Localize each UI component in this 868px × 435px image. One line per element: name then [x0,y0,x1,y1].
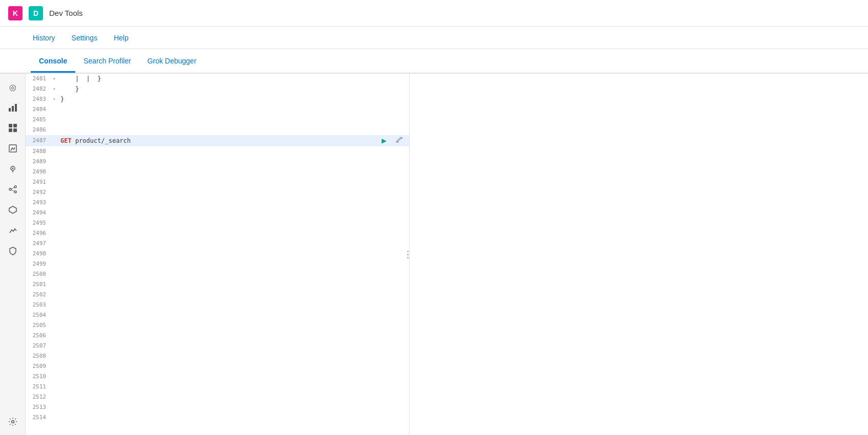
svg-point-10 [9,188,11,190]
line-number: 2506 [26,331,50,341]
editor-line: 2503 [26,300,409,310]
editor-line: 2487GET product/_search▶ [26,135,409,146]
editor-line: 2483▾} [26,94,409,104]
line-number: 2507 [26,341,50,351]
line-number: 2513 [26,402,50,412]
editor-line: 2504 [26,310,409,320]
svg-point-14 [11,421,14,423]
line-number: 2499 [26,259,50,269]
line-number: 2483 [26,94,50,104]
editor-line: 2514 [26,412,409,423]
editor-line: 2495 [26,218,409,228]
nav-tabs-bar: History Settings Help [0,27,868,49]
line-number: 2494 [26,208,50,218]
tab-console[interactable]: Console [31,51,75,73]
editor-line: 2501 [26,279,409,290]
run-button[interactable]: ▶ [378,135,390,146]
sidebar-icon-canvas[interactable] [4,139,22,158]
editor-line: 2508 [26,351,409,361]
line-number: 2501 [26,279,50,290]
line-number: 2502 [26,290,50,300]
line-number: 2484 [26,104,50,115]
line-number: 2500 [26,269,50,279]
editor-line: 2505 [26,320,409,331]
sidebar-icon-ml[interactable] [4,180,22,199]
editor-line: 2498 [26,249,409,259]
editor-line: 2496 [26,228,409,238]
fold-indicator[interactable]: ▾ [50,84,58,94]
sidebar: ◎ [0,74,26,435]
nav-history[interactable]: History [31,34,57,42]
sidebar-icon-observability[interactable] [4,221,22,240]
line-content: | | } [58,74,101,84]
editor-line: 2499 [26,259,409,269]
code-editor[interactable]: 2481▾ | | }2482▾ }2483▾}2484248524862487… [26,74,409,435]
svg-point-9 [12,168,13,169]
line-number: 2488 [26,146,50,157]
line-number: 2512 [26,392,50,402]
line-content: } [58,94,64,104]
resize-handle[interactable] [406,74,409,435]
editor-line: 2510 [26,372,409,382]
fold-indicator[interactable]: ▾ [50,94,58,104]
line-number: 2490 [26,167,50,177]
editor-line: 2484 [26,104,409,115]
line-number: 2481 [26,74,50,84]
sidebar-icon-discover[interactable]: ◎ [4,78,22,96]
editor-line: 2491 [26,177,409,187]
svg-rect-3 [9,124,12,127]
sidebar-icon-management[interactable] [4,412,22,431]
sidebar-icon-maps[interactable] [4,160,22,178]
line-number: 2511 [26,382,50,392]
editor-line: 2488 [26,146,409,157]
svg-rect-0 [9,108,11,112]
editor-line: 2502 [26,290,409,300]
line-number: 2485 [26,115,50,125]
sidebar-icon-dashboard[interactable] [4,119,22,137]
line-number: 2510 [26,372,50,382]
line-number: 2492 [26,187,50,198]
sidebar-icon-visualize[interactable] [4,98,22,117]
svg-point-11 [14,186,16,188]
line-number: 2509 [26,361,50,372]
wrench-button[interactable] [394,135,405,146]
line-number: 2497 [26,238,50,249]
editor-line: 2486 [26,125,409,135]
tab-search-profiler[interactable]: Search Profiler [75,51,139,73]
svg-point-12 [14,191,16,193]
line-number: 2504 [26,310,50,320]
output-panel[interactable] [410,74,868,435]
editor-line: 2509 [26,361,409,372]
editor-line: 2494 [26,208,409,218]
editor-line: 2511 [26,382,409,392]
topbar: K D Dev Tools [0,0,868,27]
tab-grok-debugger[interactable]: Grok Debugger [139,51,205,73]
svg-rect-5 [9,128,12,132]
editor-line: 2507 [26,341,409,351]
line-number: 2496 [26,228,50,238]
nav-help[interactable]: Help [112,34,131,42]
svg-rect-2 [15,104,17,112]
line-number: 2503 [26,300,50,310]
fold-indicator[interactable]: ▾ [50,74,58,84]
editor-line: 2482▾ } [26,84,409,94]
editor-line: 2493 [26,198,409,208]
editor-line: 2481▾ | | } [26,74,409,84]
line-number: 2489 [26,157,50,167]
line-number: 2514 [26,412,50,423]
svg-rect-1 [12,106,14,112]
svg-rect-4 [13,124,17,127]
line-number: 2491 [26,177,50,187]
line-number: 2498 [26,249,50,259]
editor-line: 2513 [26,402,409,412]
line-number: 2508 [26,351,50,361]
editor-line: 2500 [26,269,409,279]
svg-marker-13 [9,206,16,213]
app-title: Dev Tools [49,9,83,17]
editor-line: 2490 [26,167,409,177]
editor-line: 2489 [26,157,409,167]
sidebar-icon-graph[interactable] [4,201,22,219]
editor-line: 2492 [26,187,409,198]
nav-settings[interactable]: Settings [70,34,100,42]
sidebar-icon-security[interactable] [4,242,22,260]
